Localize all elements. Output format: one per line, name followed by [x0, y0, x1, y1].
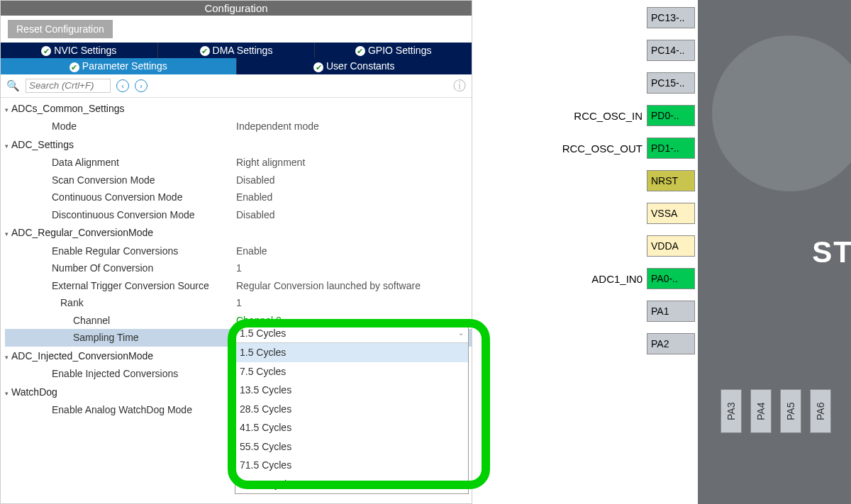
configuration-panel: Configuration Reset Configuration ✔NVIC …	[0, 0, 472, 504]
sampling-time-dropdown[interactable]: 1.5 Cycles ⌄ 1.5 Cycles 7.5 Cycles 13.5 …	[235, 323, 469, 495]
chip-label: STM	[812, 235, 851, 269]
param-label: Continuous Conversion Mode	[5, 189, 236, 206]
tab-label: DMA Settings	[213, 45, 273, 56]
dropdown-list: 1.5 Cycles 7.5 Cycles 13.5 Cycles 28.5 C…	[235, 342, 468, 493]
tab-label: User Constants	[326, 60, 394, 72]
dropdown-option[interactable]: 55.5 Cycles	[235, 437, 468, 457]
pin-nrst[interactable]: NRST	[647, 170, 695, 191]
param-row[interactable]: External Trigger Conversion SourceRegula…	[5, 277, 472, 295]
dropdown-option[interactable]: 239.5 Cycles	[235, 475, 468, 494]
chevron-down-icon: ⌄	[458, 327, 464, 340]
param-label: Number Of Conversion	[5, 259, 236, 277]
pin-pc13[interactable]: PC13-..	[647, 7, 695, 28]
param-label: Discontinuous Conversion Mode	[5, 206, 236, 224]
pin-vdda[interactable]: VDDA	[647, 235, 695, 257]
dropdown-option[interactable]: 13.5 Cycles	[235, 381, 468, 400]
param-value: Regular Conversion launched by software	[236, 277, 421, 295]
param-label: Enable Injected Conversions	[5, 365, 236, 383]
check-icon: ✔	[200, 46, 210, 56]
search-input[interactable]	[26, 79, 111, 93]
tab-label: NVIC Settings	[54, 45, 116, 56]
param-label: Rank	[5, 294, 236, 312]
group-adc-settings[interactable]: ADC_Settings	[5, 135, 472, 155]
param-value: 1	[236, 259, 242, 277]
tab-nvic-settings[interactable]: ✔NVIC Settings	[1, 43, 158, 58]
dropdown-option[interactable]: 7.5 Cycles	[235, 362, 468, 381]
param-label: Mode	[5, 118, 236, 135]
tab-parameter-settings[interactable]: ✔Parameter Settings	[1, 58, 237, 74]
pin-pc14[interactable]: PC14-..	[647, 40, 695, 61]
tab-label: Parameter Settings	[82, 60, 167, 72]
param-label: Enable Analog WatchDog Mode	[5, 401, 236, 419]
check-icon: ✔	[69, 62, 79, 72]
tab-label: GPIO Settings	[368, 45, 431, 56]
param-value: Enable	[236, 242, 267, 260]
dropdown-option[interactable]: 71.5 Cycles	[235, 456, 468, 475]
search-bar: 🔍 ‹ › ⓘ	[1, 74, 472, 98]
pin-net: RCC_OSC_IN	[574, 110, 643, 122]
check-icon: ✔	[313, 62, 323, 72]
check-icon: ✔	[41, 46, 51, 56]
group-adcs-common[interactable]: ADCs_Common_Settings	[5, 99, 472, 118]
pin-net: RCC_OSC_OUT	[562, 142, 643, 155]
param-row[interactable]: Continuous Conversion ModeEnabled	[5, 189, 472, 206]
dropdown-selected[interactable]: 1.5 Cycles ⌄	[235, 324, 468, 343]
panel-title: Configuration	[1, 1, 472, 16]
pin-pa2[interactable]: PA2	[647, 333, 695, 354]
param-value: Enabled	[236, 189, 272, 206]
pin-pa1[interactable]: PA1	[647, 301, 695, 322]
param-row[interactable]: Number Of Conversion1	[5, 259, 472, 277]
param-value: 1	[236, 294, 242, 312]
dropdown-option[interactable]: 1.5 Cycles	[235, 343, 468, 362]
pinout-pane: STM PC13-.. PC14-.. PC15-.. RCC_OSC_INPD…	[472, 0, 851, 504]
pin-pa4[interactable]: PA4	[750, 389, 772, 433]
pin-pa3[interactable]: PA3	[721, 389, 742, 433]
param-label: Scan Conversion Mode	[5, 172, 236, 189]
pin-net: ADC1_IN0	[591, 273, 643, 285]
tabs-row-1: ✔NVIC Settings ✔DMA Settings ✔GPIO Setti…	[1, 43, 472, 58]
tab-user-constants[interactable]: ✔User Constants	[237, 58, 472, 74]
pins-bottom-row: PA3 PA4 PA5 PA6	[721, 389, 831, 433]
param-value: Disabled	[236, 206, 274, 224]
param-value: Disabled	[236, 172, 274, 189]
pin-pc15[interactable]: PC15-..	[647, 72, 695, 94]
param-label: Channel	[5, 312, 236, 330]
param-label: External Trigger Conversion Source	[5, 277, 236, 295]
pin-pa0[interactable]: PA0-..	[647, 268, 695, 289]
pin-pa6[interactable]: PA6	[810, 389, 831, 433]
param-row[interactable]: Enable Regular ConversionsEnable	[5, 242, 472, 260]
pin-pd0[interactable]: PD0-..	[647, 105, 695, 126]
param-row-rank[interactable]: Rank1	[5, 294, 472, 312]
dropdown-option[interactable]: 28.5 Cycles	[235, 400, 468, 419]
search-prev-button[interactable]: ‹	[116, 79, 129, 92]
param-label: Enable Regular Conversions	[5, 242, 236, 260]
parameter-tree: ADCs_Common_Settings ModeIndependent mod…	[1, 98, 472, 419]
check-icon: ✔	[355, 46, 365, 56]
pins-left-column: PC13-.. PC14-.. PC15-.. RCC_OSC_INPD0-..…	[562, 7, 695, 354]
pin-pd1[interactable]: PD1-..	[647, 138, 695, 159]
search-next-button[interactable]: ›	[135, 79, 148, 92]
tabs-row-2: ✔Parameter Settings ✔User Constants	[1, 58, 472, 74]
param-row[interactable]: Discontinuous Conversion ModeDisabled	[5, 206, 472, 224]
param-row[interactable]: Scan Conversion ModeDisabled	[5, 172, 472, 189]
pin-pa5[interactable]: PA5	[780, 389, 801, 433]
dropdown-option[interactable]: 41.5 Cycles	[235, 418, 468, 437]
dropdown-selected-value: 1.5 Cycles	[240, 325, 286, 342]
group-adc-regular[interactable]: ADC_Regular_ConversionMode	[5, 223, 472, 242]
reset-configuration-button[interactable]: Reset Configuration	[8, 20, 113, 38]
tab-gpio-settings[interactable]: ✔GPIO Settings	[315, 43, 472, 58]
search-icon: 🔍	[6, 79, 20, 92]
pin-vssa[interactable]: VSSA	[647, 203, 695, 224]
param-value: Right alignment	[236, 154, 305, 172]
info-icon[interactable]: ⓘ	[453, 77, 466, 94]
tab-dma-settings[interactable]: ✔DMA Settings	[158, 43, 316, 58]
param-row[interactable]: ModeIndependent mode	[5, 118, 472, 135]
param-value: Independent mode	[236, 118, 319, 135]
param-label: Sampling Time	[5, 329, 236, 347]
param-label: Data Alignment	[5, 154, 236, 172]
param-row[interactable]: Data AlignmentRight alignment	[5, 154, 472, 172]
